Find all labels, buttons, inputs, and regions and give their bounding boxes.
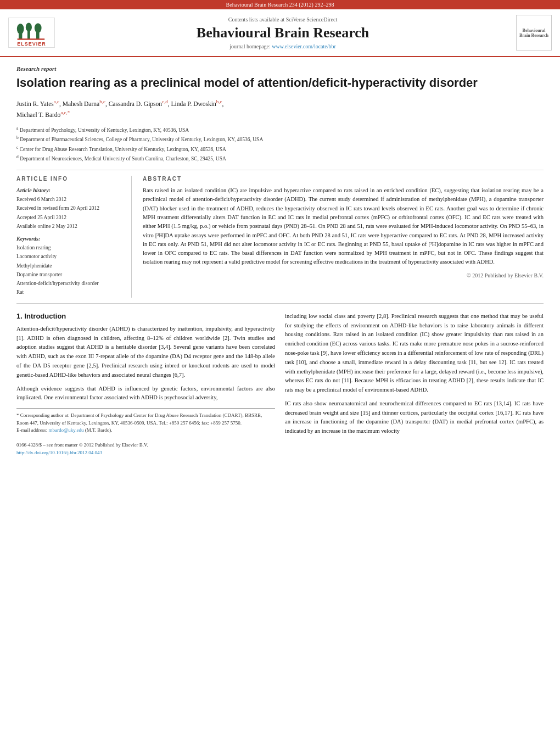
footnote-area: * Corresponding author at: Department of… [16,408,275,456]
abstract-heading: ABSTRACT [143,176,544,182]
keyword-4: Dopamine transporter [16,271,123,278]
journal-citation: Behavioural Brain Research 234 (2012) 29… [226,2,334,8]
svg-rect-6 [17,38,44,40]
article-title: Isolation rearing as a preclinical model… [16,75,544,91]
body-col-right: including low social class and poverty [… [285,312,544,456]
elsevier-wordmark: ELSEVIER [17,41,46,47]
intro-heading: 1. Introduction [16,312,275,320]
body-col-left: 1. Introduction Attention-deficit/hypera… [16,312,275,456]
journal-logo-right: Behavioural Brain Research [508,15,552,51]
article-info-abstract: ARTICLE INFO Article history: Received 6… [16,176,544,298]
article-info-panel: ARTICLE INFO Article history: Received 6… [16,176,132,298]
svg-point-5 [34,23,41,33]
keywords-label: Keywords: [16,236,123,242]
abstract-panel: ABSTRACT Rats raised in an isolated cond… [143,176,544,298]
svg-rect-2 [27,30,30,39]
email-line: E-mail address: mbardo@uky.edu (M.T. Bar… [16,427,275,434]
keyword-6: Rat [16,288,123,296]
top-bar: Behavioural Brain Research 234 (2012) 29… [0,0,560,9]
affiliation-d: d Department of Neurosciences, Medical U… [16,154,544,163]
accepted-date: Accepted 25 April 2012 [16,214,123,221]
keyword-3: Methylphenidate [16,262,123,270]
divider-top [16,170,544,170]
journal-header: ELSEVIER Contents lists available at Sci… [0,9,560,57]
keyword-2: Locomotor activity [16,253,123,260]
intro-para-right-1: including low social class and poverty [… [285,312,544,395]
article-info-heading: ARTICLE INFO [16,176,123,182]
intro-para-2: Although evidence suggests that ADHD is … [16,384,275,403]
svg-point-1 [16,24,24,34]
email-link[interactable]: mbardo@uky.edu [48,427,83,433]
doi-link[interactable]: http://dx.doi.org/10.1016/j.bbr.2012.04.… [16,450,102,455]
homepage-link[interactable]: www.elsevier.com/locate/bbr [272,43,336,49]
available-date: Available online 2 May 2012 [16,222,123,230]
journal-center: Contents lists available at SciVerse Sci… [58,16,508,49]
keyword-1: Isolation rearing [16,244,123,252]
revised-date: Received in revised form 20 April 2012 [16,204,123,212]
intro-para-1: Attention-deficit/hyperactivity disorder… [16,325,275,380]
divider-body [16,303,544,304]
issn-line: 0166-4328/$ – see front matter © 2012 Pu… [16,442,275,449]
keyword-5: Attention-deficit/hyperactivity disorder [16,280,123,287]
affiliation-c: c Center for Drug Abuse Research Transla… [16,144,544,154]
main-content: Research report Isolation rearing as a p… [0,57,560,465]
svg-point-3 [25,23,31,31]
copyright-line: © 2012 Published by Elsevier B.V. [143,272,544,278]
affiliations: a Department of Psychology, University o… [16,125,544,163]
affiliation-a: a Department of Psychology, University o… [16,125,544,135]
body-section: 1. Introduction Attention-deficit/hypera… [16,312,544,456]
keywords-section: Keywords: Isolation rearing Locomotor ac… [16,236,123,297]
journal-title: Behavioural Brain Research [58,25,508,41]
abstract-text: Rats raised in an isolated condition (IC… [143,186,544,266]
corresponding-note: * Corresponding author at: Department of… [16,412,275,427]
contents-line: Contents lists available at SciVerse Sci… [58,16,508,23]
journal-logo-box: Behavioural Brain Research [516,15,552,51]
doi-line: http://dx.doi.org/10.1016/j.bbr.2012.04.… [16,449,275,457]
elsevier-logo: ELSEVIER [8,18,58,48]
received-date: Received 6 March 2012 [16,196,123,203]
intro-para-right-2: IC rats also show neuroanatomical and ne… [285,399,544,436]
body-two-col: 1. Introduction Attention-deficit/hypera… [16,312,544,456]
section-type: Research report [16,65,544,72]
history-label: Article history: [16,187,123,193]
journal-homepage: journal homepage: www.elsevier.com/locat… [58,43,508,49]
authors: Justin R. Yatesa,c, Mahesh Darnab,c, Cas… [16,98,544,120]
affiliation-b: b Department of Pharmaceutical Sciences,… [16,135,544,144]
